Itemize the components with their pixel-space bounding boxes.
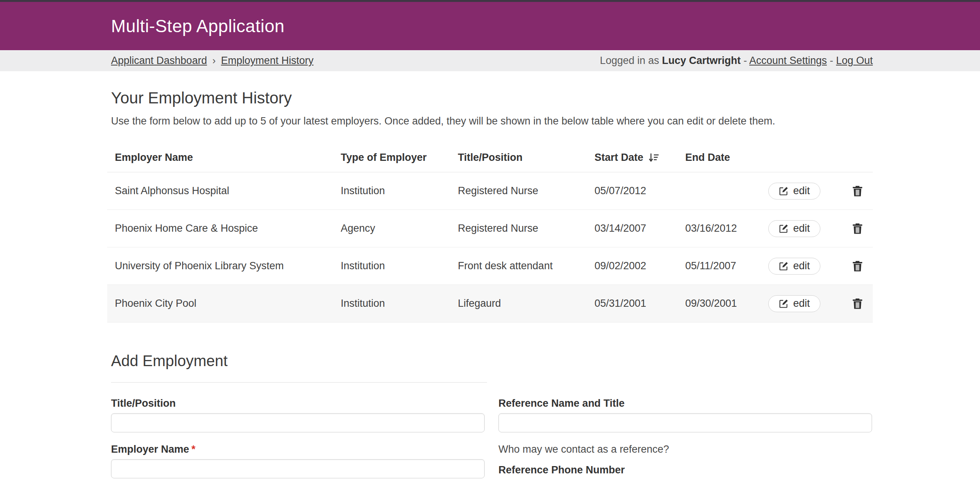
login-username: Lucy Cartwright <box>662 55 741 66</box>
edit-pencil-icon <box>779 186 789 196</box>
account-settings-link[interactable]: Account Settings <box>749 55 827 66</box>
breadcrumb-employment-history[interactable]: Employment History <box>221 55 314 67</box>
edit-button[interactable]: edit <box>768 220 820 237</box>
reference-name-label: Reference Name and Title <box>498 396 872 410</box>
cell-employer-type: Institution <box>341 185 458 197</box>
cell-title-position: Lifegaurd <box>458 298 595 309</box>
add-employment-form: Title/Position Employer Name* Reference … <box>107 396 873 478</box>
table-row: University of Phoenix Library System Ins… <box>107 247 873 285</box>
login-prefix: Logged in as <box>600 55 662 66</box>
reference-phone-label: Reference Phone Number <box>498 463 872 477</box>
trash-icon <box>852 298 863 310</box>
column-header-start-date: Start Date <box>595 152 685 164</box>
app-title: Multi-Step Application <box>107 16 873 36</box>
cell-employer-name: Phoenix Home Care & Hospice <box>115 223 341 234</box>
cell-start-date: 05/31/2001 <box>595 298 685 309</box>
cell-start-date: 09/02/2002 <box>595 260 685 272</box>
breadcrumb: Applicant Dashboard › Employment History <box>107 55 314 67</box>
cell-employer-type: Institution <box>341 298 458 309</box>
add-employment-title: Add Employment <box>107 351 873 371</box>
edit-pencil-icon <box>779 224 789 234</box>
trash-icon <box>852 223 863 235</box>
title-position-label: Title/Position <box>111 396 485 410</box>
table-row: Saint Alphonsus Hospital Institution Reg… <box>107 172 873 210</box>
login-dash: - <box>741 55 750 66</box>
breadcrumb-bar: Applicant Dashboard › Employment History… <box>0 50 980 71</box>
edit-button-label: edit <box>793 260 810 272</box>
cell-employer-name: Saint Alphonsus Hospital <box>115 185 341 197</box>
cell-title-position: Registered Nurse <box>458 185 595 197</box>
app-header: Multi-Step Application <box>0 2 980 50</box>
employer-name-label-text: Employer Name <box>111 443 189 455</box>
edit-pencil-icon <box>779 261 789 271</box>
cell-start-date: 05/07/2012 <box>595 185 685 197</box>
cell-employer-type: Agency <box>341 223 458 234</box>
section-divider <box>111 382 487 383</box>
cell-title-position: Registered Nurse <box>458 223 595 234</box>
employer-name-label: Employer Name* <box>111 442 485 456</box>
trash-icon <box>852 185 863 197</box>
breadcrumb-applicant-dashboard[interactable]: Applicant Dashboard <box>111 55 207 67</box>
delete-button[interactable] <box>842 223 873 235</box>
edit-button-label: edit <box>793 298 810 309</box>
cell-employer-name: Phoenix City Pool <box>115 298 341 309</box>
cell-title-position: Front desk attendant <box>458 260 595 272</box>
edit-pencil-icon <box>779 299 789 309</box>
reference-question-text: Who may we contact as a reference? <box>498 442 872 456</box>
sort-descending-icon[interactable] <box>648 152 660 164</box>
column-header-end-date: End Date <box>685 152 768 164</box>
table-header-row: Employer Name Type of Employer Title/Pos… <box>107 143 873 172</box>
required-asterisk: * <box>191 443 196 455</box>
title-position-input[interactable] <box>111 413 485 432</box>
cell-end-date: 03/16/2012 <box>685 223 768 234</box>
trash-icon <box>852 260 863 272</box>
delete-button[interactable] <box>842 298 873 310</box>
breadcrumb-separator-icon: › <box>212 55 216 67</box>
edit-button[interactable]: edit <box>768 258 820 275</box>
column-header-title-position: Title/Position <box>458 152 595 164</box>
column-header-employer-name: Employer Name <box>115 152 341 164</box>
table-row: Phoenix Home Care & Hospice Agency Regis… <box>107 210 873 247</box>
edit-button-label: edit <box>793 223 810 234</box>
login-status: Logged in as Lucy Cartwright - Account S… <box>600 55 873 67</box>
login-dash: - <box>827 55 836 66</box>
delete-button[interactable] <box>842 260 873 272</box>
cell-end-date: 09/30/2001 <box>685 298 768 309</box>
edit-button[interactable]: edit <box>768 183 820 200</box>
edit-button-label: edit <box>793 185 810 197</box>
start-date-label: Start Date <box>595 152 644 164</box>
delete-button[interactable] <box>842 185 873 197</box>
table-row: Phoenix City Pool Institution Lifegaurd … <box>107 285 873 322</box>
employment-table: Employer Name Type of Employer Title/Pos… <box>107 143 873 322</box>
employer-name-input[interactable] <box>111 459 485 478</box>
log-out-link[interactable]: Log Out <box>836 55 873 66</box>
reference-name-input[interactable] <box>498 413 872 432</box>
column-header-employer-type: Type of Employer <box>341 152 458 164</box>
cell-end-date: 05/11/2007 <box>685 260 768 272</box>
cell-start-date: 03/14/2007 <box>595 223 685 234</box>
page-description: Use the form below to add up to 5 of you… <box>107 114 873 128</box>
page-title: Your Employment History <box>107 88 873 108</box>
cell-employer-name: University of Phoenix Library System <box>115 260 341 272</box>
cell-employer-type: Institution <box>341 260 458 272</box>
edit-button[interactable]: edit <box>768 295 820 312</box>
